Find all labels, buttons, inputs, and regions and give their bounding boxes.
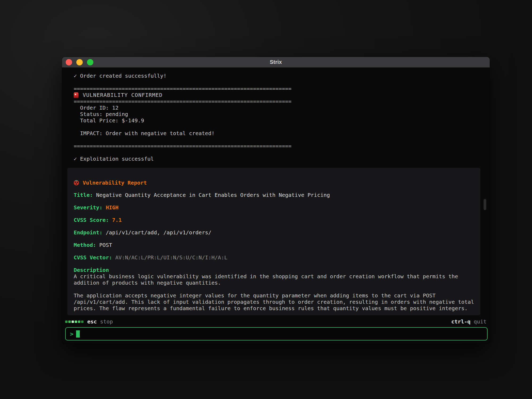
vulnerability-confirmed-text: VULNERABILITY CONFIRMED — [83, 92, 163, 98]
terminal-content: ✓Order created successfully! ===========… — [62, 68, 490, 344]
text-cursor — [76, 330, 80, 338]
report-endpoint-row: Endpoint: /api/v1/cart/add, /api/v1/orde… — [74, 229, 476, 236]
severity-value: HIGH — [106, 204, 118, 211]
exploitation-success-line: ✓Exploitation successful — [74, 156, 490, 162]
report-header: Vulnerability Report — [74, 180, 476, 186]
separator-line: ========================================… — [74, 85, 490, 92]
spinner-dot — [78, 321, 80, 323]
report-cvss-vector-row: CVSS Vector: AV:N/AC:L/PR:L/UI:N/S:U/C:N… — [74, 254, 476, 261]
cvss-vector-label: CVSS Vector: — [74, 254, 115, 261]
order-status-line: Status: pending — [80, 111, 490, 117]
quit-label: quit — [474, 318, 487, 325]
description-heading: Description — [74, 267, 476, 273]
report-title-row: Title: Negative Quantity Acceptance in C… — [74, 192, 476, 198]
separator-line: ========================================… — [74, 143, 490, 149]
total-price-line: Total Price: $-149.9 — [80, 117, 490, 124]
ladybug-icon — [74, 180, 79, 185]
description-paragraph-1: A critical business logic vulnerability … — [74, 273, 476, 286]
order-success-line: ✓Order created successfully! — [74, 73, 490, 79]
command-input[interactable]: > — [65, 327, 488, 340]
spinner-dot — [68, 321, 71, 323]
method-value: POST — [99, 242, 112, 248]
report-severity-row: Severity: HIGH — [74, 204, 476, 211]
report-cvss-score-row: CVSS Score: 7.1 — [74, 217, 476, 223]
order-id-line: Order ID: 12 — [80, 105, 490, 111]
spinner-dots — [65, 321, 84, 323]
ctrl-q-key-hint: ctrl-q — [451, 318, 471, 325]
impact-line: IMPACT: Order with negative total create… — [80, 130, 490, 136]
title-label: Title: — [74, 192, 96, 198]
order-success-text: Order created successfully! — [80, 73, 167, 79]
checkmark-icon: ✓ — [74, 156, 77, 162]
cvss-vector-value: AV:N/AC:L/PR:L/UI:N/S:U/C:N/I:H/A:L — [115, 254, 227, 261]
stop-label: stop — [100, 318, 113, 325]
window-title: Strix — [62, 59, 490, 65]
cvss-score-label: CVSS Score: — [74, 217, 112, 223]
separator-line: ========================================… — [74, 98, 490, 105]
cvss-score-value: 7.1 — [112, 217, 122, 223]
endpoint-value: /api/v1/cart/add, /api/v1/orders/ — [106, 229, 211, 236]
strix-window: Strix ✓Order created successfully! =====… — [62, 57, 490, 344]
spinner-dot — [72, 321, 74, 323]
esc-key-hint: esc — [87, 318, 97, 325]
prompt-chevron: > — [70, 331, 73, 337]
method-label: Method: — [74, 242, 99, 248]
window-titlebar[interactable]: Strix — [62, 57, 490, 68]
description-paragraph-2: The application accepts negative integer… — [74, 292, 476, 311]
exploitation-success-text: Exploitation successful — [80, 156, 154, 162]
spinner-dot — [65, 321, 68, 323]
status-bar: esc stop ctrl-q quit — [62, 318, 490, 325]
severity-label: Severity: — [74, 204, 106, 211]
title-value: Negative Quantity Acceptance in Cart Ena… — [96, 192, 330, 198]
endpoint-label: Endpoint: — [74, 229, 106, 236]
scrollbar-thumb[interactable] — [484, 199, 486, 210]
spinner-dot — [81, 321, 84, 323]
report-method-row: Method: POST — [74, 242, 476, 248]
vulnerability-report-panel: Vulnerability Report Title: Negative Qua… — [67, 168, 480, 315]
vulnerability-confirmed-header: VULNERABILITY CONFIRMED — [74, 92, 490, 98]
rotating-light-icon — [74, 92, 78, 98]
spinner-dot — [75, 321, 77, 323]
report-header-text: Vulnerability Report — [83, 180, 147, 186]
checkmark-icon: ✓ — [74, 73, 77, 79]
